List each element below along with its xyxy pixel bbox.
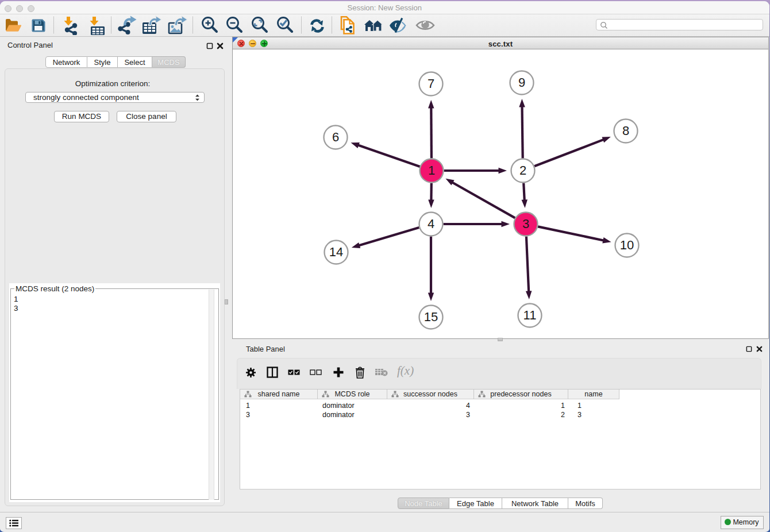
svg-text:7: 7 [428,76,434,91]
svg-text:14: 14 [329,245,343,259]
svg-text:2: 2 [519,163,526,178]
svg-text:9: 9 [518,75,525,90]
svg-text:11: 11 [523,308,537,322]
svg-text:10: 10 [620,238,634,252]
svg-text:8: 8 [622,124,629,138]
svg-text:4: 4 [428,217,434,231]
svg-text:6: 6 [332,130,339,144]
svg-text:1: 1 [428,163,435,178]
svg-text:15: 15 [424,310,438,324]
svg-text:3: 3 [522,217,529,231]
